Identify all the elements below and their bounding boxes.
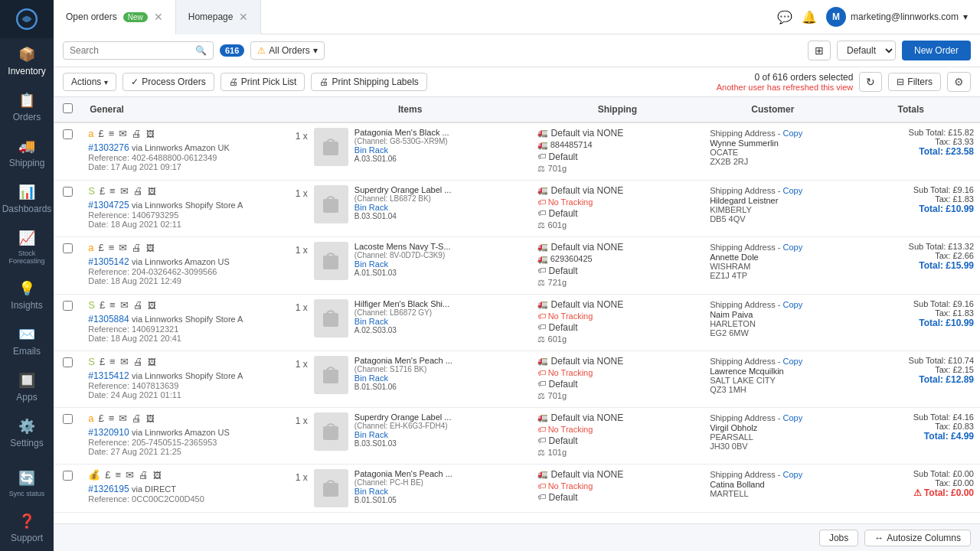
image-icon: 🖼 — [148, 187, 156, 196]
item-qty-2: 1 x — [296, 245, 308, 256]
item-name-3: Hilfiger Men's Black Shi... — [354, 299, 525, 308]
copy-address-button-0[interactable]: Copy — [783, 129, 803, 138]
copy-address-button-4[interactable]: Copy — [783, 357, 803, 366]
order-link-2[interactable]: #1305142 — [88, 256, 129, 267]
item-sku-2: A.01.S01.03 — [354, 269, 525, 277]
filter-icon: ⊟ — [897, 77, 904, 87]
emails-icon: ✉️ — [18, 326, 35, 343]
jobs-button[interactable]: Jobs — [819, 530, 858, 546]
item-sku-0: A.03.S01.06 — [354, 155, 525, 163]
subtotal-2: Sub Total: £13.32 — [848, 242, 974, 251]
actions-button[interactable]: Actions ▾ — [63, 73, 116, 91]
search-icon[interactable]: 🔍 — [195, 45, 207, 56]
customer-city-2: WISHRAM — [710, 262, 835, 271]
refresh-button[interactable]: ↻ — [859, 72, 882, 92]
sidebar: 📦 Inventory 📋 Orders 🚚 Shipping 📊 Dashbo… — [0, 0, 54, 551]
row-checkbox-1[interactable] — [63, 187, 73, 197]
grid-view-button[interactable]: ⊞ — [808, 41, 831, 60]
sidebar-item-apps[interactable]: 🔲 Apps — [0, 364, 54, 410]
sidebar-item-dashboards[interactable]: 📊 Dashboards — [0, 176, 54, 222]
customer-label-row-2: Shipping Address - Copy — [710, 242, 835, 253]
row-checkbox-2[interactable] — [63, 243, 73, 253]
row-checkbox-5[interactable] — [63, 414, 73, 424]
all-orders-button[interactable]: ⚠ All Orders ▾ — [250, 41, 324, 60]
tab-close-homepage[interactable]: ✕ — [239, 11, 248, 23]
row-checkbox-3[interactable] — [63, 301, 73, 311]
tab-open-orders[interactable]: Open orders New ✕ — [54, 0, 176, 34]
item-details-2: Lacoste Mens Navy T-S... (Channel: 8V-0D… — [354, 242, 525, 277]
orders-table-container[interactable]: General Items Shipping Customer Totals a… — [54, 97, 980, 523]
sidebar-item-shipping[interactable]: 🚚 Shipping — [0, 130, 54, 176]
currency-icon: £ — [105, 469, 110, 481]
bell-icon[interactable]: 🔔 — [802, 10, 817, 24]
order-link-4[interactable]: #1315412 — [88, 370, 129, 381]
autosize-columns-button[interactable]: ↔ Autosize Columns — [864, 530, 971, 546]
sidebar-item-orders[interactable]: 📋 Orders — [0, 84, 54, 130]
customer-label-text-4: Shipping Address - — [710, 357, 782, 366]
order-date-1: Date: 18 Aug 2021 02:11 — [88, 220, 283, 229]
process-orders-button[interactable]: ✓ Process Orders — [122, 73, 214, 91]
user-menu[interactable]: M marketing@linnworks.com ▾ — [826, 7, 968, 27]
order-link-0[interactable]: #1303276 — [88, 142, 129, 153]
total-0: Total: £23.58 — [848, 146, 974, 157]
sidebar-item-inventory[interactable]: 📦 Inventory — [0, 38, 54, 84]
item-channel-4: (Channel: S1716 BK) — [354, 365, 525, 373]
tax-1: Tax: £1.83 — [848, 194, 974, 204]
orders-icon: 📋 — [18, 92, 35, 109]
tracking-row-4: 🏷 No Tracking — [537, 368, 698, 377]
search-input[interactable] — [70, 45, 192, 56]
chevron-down-icon: ▾ — [963, 11, 968, 22]
svg-rect-3 — [323, 256, 338, 269]
list-icon: ≡ — [109, 356, 116, 367]
total-4: Total: £12.89 — [848, 374, 974, 385]
sidebar-item-settings[interactable]: ⚙️ Settings — [0, 410, 54, 456]
order-link-5[interactable]: #1320910 — [88, 427, 129, 438]
copy-address-button-6[interactable]: Copy — [783, 470, 803, 479]
tab-close-open-orders[interactable]: ✕ — [154, 11, 163, 23]
order-link-6[interactable]: #1326195 — [88, 484, 129, 494]
copy-address-button-5[interactable]: Copy — [783, 413, 803, 422]
print-shipping-labels-button[interactable]: 🖨 Print Shipping Labels — [311, 73, 426, 91]
table-settings-button[interactable]: ⚙ — [947, 72, 971, 92]
copy-address-button-3[interactable]: Copy — [783, 300, 803, 309]
item-image-1 — [314, 185, 348, 223]
table-row: S £ ≡ ✉ 🖨 🖼 #1304725 via Linnworks Shopi… — [54, 181, 980, 237]
ship-method-2: 🚛 Default via NONE — [537, 242, 698, 253]
sidebar-item-emails[interactable]: ✉️ Emails — [0, 318, 54, 364]
item-qty-5: 1 x — [296, 416, 308, 426]
ship-method-text-4: Default via NONE — [551, 356, 624, 367]
customer-name-3: Naim Paiva — [710, 310, 835, 319]
item-image-5 — [314, 412, 348, 451]
weight-text-5: 101g — [548, 448, 567, 457]
default-select[interactable]: Default — [837, 41, 896, 60]
svg-rect-5 — [323, 370, 338, 383]
filters-button[interactable]: ⊟ Filters — [888, 73, 941, 91]
tab-homepage[interactable]: Homepage ✕ — [176, 0, 262, 34]
copy-address-button-1[interactable]: Copy — [783, 186, 803, 195]
customer-postal-3: EG2 6MW — [710, 328, 835, 337]
sidebar-item-stock-forecasting[interactable]: 📈 Stock Forecasting — [0, 222, 54, 272]
item-image-6 — [314, 469, 348, 507]
row-icons-0: a £ ≡ ✉ 🖨 🖼 — [88, 128, 283, 139]
chat-icon[interactable]: 💬 — [777, 10, 792, 24]
customer-label-text-1: Shipping Address - — [710, 186, 782, 195]
order-link-3[interactable]: #1305884 — [88, 314, 129, 324]
row-checkbox-6[interactable] — [63, 471, 73, 481]
inventory-icon: 📦 — [18, 46, 35, 63]
ship-method-text-2: Default via NONE — [551, 242, 624, 253]
item-image-3 — [314, 299, 348, 337]
copy-address-button-2[interactable]: Copy — [783, 243, 803, 252]
select-all-checkbox[interactable] — [63, 103, 73, 113]
order-link-1[interactable]: #1304725 — [88, 200, 129, 210]
item-details-4: Patagonia Men's Peach ... (Channel: S171… — [354, 356, 525, 391]
sidebar-item-sync-status[interactable]: 🔄 Sync status — [0, 462, 54, 505]
row-checkbox-4[interactable] — [63, 357, 73, 367]
row-checkbox-0[interactable] — [63, 129, 73, 139]
new-order-button[interactable]: New Order — [902, 41, 971, 60]
weight-row-1: ⚖ 601g — [537, 220, 698, 230]
list-icon: ≡ — [109, 242, 115, 253]
sidebar-item-support[interactable]: ❓ Support — [0, 505, 54, 551]
customer-cell-4: Shipping Address - Copy Lawrence Mcquilk… — [704, 351, 841, 408]
sidebar-item-insights[interactable]: 💡 Insights — [0, 272, 54, 318]
print-pick-list-button[interactable]: 🖨 Print Pick List — [220, 73, 305, 91]
